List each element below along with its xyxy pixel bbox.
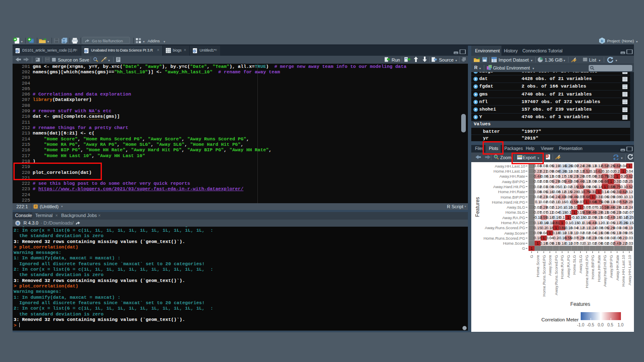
svg-text:0.12: 0.12 [626,190,633,194]
svg-text:Home.HH.Last.10: Home.HH.Last.10 [621,255,626,287]
svg-text:0.24: 0.24 [626,205,633,209]
svg-text:0.1: 0.1 [559,215,565,220]
svg-text:R: R [193,49,196,53]
svg-text:Away.HH.Last.10: Away.HH.Last.10 [627,255,632,285]
svg-text:1.0: 1.0 [618,323,623,327]
svg-text:Away.RA.PG: Away.RA.PG [566,255,571,278]
svg-text:Home.HH.Last.10: Home.HH.Last.10 [493,169,525,173]
svg-text:0.04: 0.04 [626,169,633,173]
svg-text:Home.Hard.Hit.PG: Home.Hard.Hit.PG [492,200,525,204]
svg-text:0.0: 0.0 [597,323,603,327]
svg-text:0.04: 0.04 [546,236,553,240]
svg-text:Away.Hard.Hit.PG: Away.Hard.Hit.PG [493,184,525,189]
svg-text:1: 1 [585,200,587,204]
svg-text:0.14: 0.14 [595,185,602,189]
svg-text:0.28: 0.28 [626,200,633,204]
svg-text:0.03: 0.03 [626,241,633,246]
svg-text:1: 1 [543,236,545,240]
svg-text:Home.RA.PG: Home.RA.PG [560,255,564,279]
svg-text:1: 1 [610,179,612,184]
svg-text:Features: Features [570,301,590,307]
svg-text:1: 1 [567,215,569,220]
svg-text:Home.SLG: Home.SLG [572,255,576,274]
svg-text:0.81: 0.81 [552,221,560,225]
svg-text:0.1: 0.1 [590,169,595,173]
svg-text:G: G [522,246,525,251]
svg-text:Home.Hard.Hit.PG: Home.Hard.Hit.PG [584,255,589,288]
svg-text:0.75: 0.75 [613,185,621,189]
svg-text:0.03: 0.03 [626,236,633,240]
svg-text:1: 1 [549,231,551,235]
svg-text:1: 1 [530,246,532,251]
svg-text:Away.BIP.PG: Away.BIP.PG [609,255,613,278]
svg-text:Away.BIP.PG: Away.BIP.PG [502,179,525,184]
svg-text:Away.SLG: Away.SLG [506,205,525,209]
svg-text:0.1: 0.1 [621,185,626,189]
svg-text:0.1: 0.1 [578,190,583,194]
svg-text:Correlation Meter: Correlation Meter [541,317,579,322]
svg-text:0.5: 0.5 [607,323,613,327]
svg-text:Home.BIP.PG: Home.BIP.PG [501,195,525,199]
svg-text:-0.1: -0.1 [565,210,571,215]
svg-text:Away.Runs.Scored.PG: Away.Runs.Scored.PG [485,225,525,230]
svg-text:0.52: 0.52 [583,169,590,173]
svg-text:0.08: 0.08 [613,195,621,199]
svg-text:Home.Score: Home.Score [503,241,525,246]
svg-text:0.04: 0.04 [619,164,627,168]
svg-text:R: R [601,39,604,43]
svg-text:Home.HH.Rate: Home.HH.Rate [498,189,525,194]
svg-text:0.28: 0.28 [571,190,578,194]
svg-text:0.18: 0.18 [546,226,553,230]
svg-text:0.62: 0.62 [626,174,633,178]
svg-text:0.1: 0.1 [596,205,602,209]
svg-text:0.68: 0.68 [601,179,609,184]
svg-text:0.2: 0.2 [614,169,620,173]
svg-text:0.31: 0.31 [589,190,596,194]
svg-text:0.13: 0.13 [626,195,633,199]
svg-text:1: 1 [537,241,539,246]
svg-text:0.05: 0.05 [626,231,633,235]
svg-text:0.2: 0.2 [541,226,546,230]
svg-text:Home.HH.Rate: Home.HH.Rate [597,255,601,282]
svg-text:0.1: 0.1 [621,195,626,199]
svg-text:0.25: 0.25 [626,179,633,184]
svg-text:1: 1 [616,174,618,178]
svg-text:0.07: 0.07 [576,200,584,204]
svg-text:-0.15: -0.15 [625,221,634,225]
svg-text:1: 1 [622,169,624,173]
svg-text:1: 1 [598,190,600,194]
svg-text:1: 1 [579,205,582,209]
svg-text:-0.5: -0.5 [587,323,595,327]
svg-text:1: 1 [628,164,630,168]
svg-text:0.31: 0.31 [607,174,615,178]
svg-text:0.68: 0.68 [583,195,590,199]
svg-text:1: 1 [573,210,575,215]
svg-text:Away.RA.PG: Away.RA.PG [502,215,525,220]
svg-text:-0.07: -0.07 [625,210,634,215]
svg-text:0.2: 0.2 [621,174,626,178]
svg-text:0.19: 0.19 [626,226,633,230]
svg-text:Home.Runs.Scored.PG: Home.Runs.Scored.PG [542,255,546,296]
svg-text:1: 1 [604,185,606,189]
svg-text:Away.Score: Away.Score [504,231,525,235]
svg-text:Features: Features [475,197,480,217]
svg-text:Home.Score: Home.Score [535,255,540,277]
svg-text:0.07: 0.07 [589,205,596,209]
svg-text:Away.Runs.Scored.PG: Away.Runs.Scored.PG [554,255,558,295]
svg-text:Away.HH.Last.10: Away.HH.Last.10 [495,164,525,168]
svg-text:0.04: 0.04 [540,231,548,235]
svg-text:Home.Runs.Scored.PG: Home.Runs.Scored.PG [483,236,525,240]
svg-text:-0.25: -0.25 [625,215,634,220]
svg-text:Away.Score: Away.Score [548,255,552,276]
svg-text:0.1: 0.1 [602,169,608,173]
svg-text:0.18: 0.18 [534,236,541,240]
svg-text:0.52: 0.52 [626,185,633,189]
svg-text:0.15: 0.15 [571,205,578,209]
svg-text:1: 1 [592,195,594,199]
svg-text:Home.BIP.PG: Home.BIP.PG [590,255,595,279]
svg-text:-1.0: -1.0 [577,323,584,327]
svg-text:Home.SLG: Home.SLG [506,210,525,215]
svg-text:1: 1 [561,221,563,225]
svg-text:1: 1 [555,226,557,230]
svg-text:Away.HH.Rate: Away.HH.Rate [499,174,525,178]
